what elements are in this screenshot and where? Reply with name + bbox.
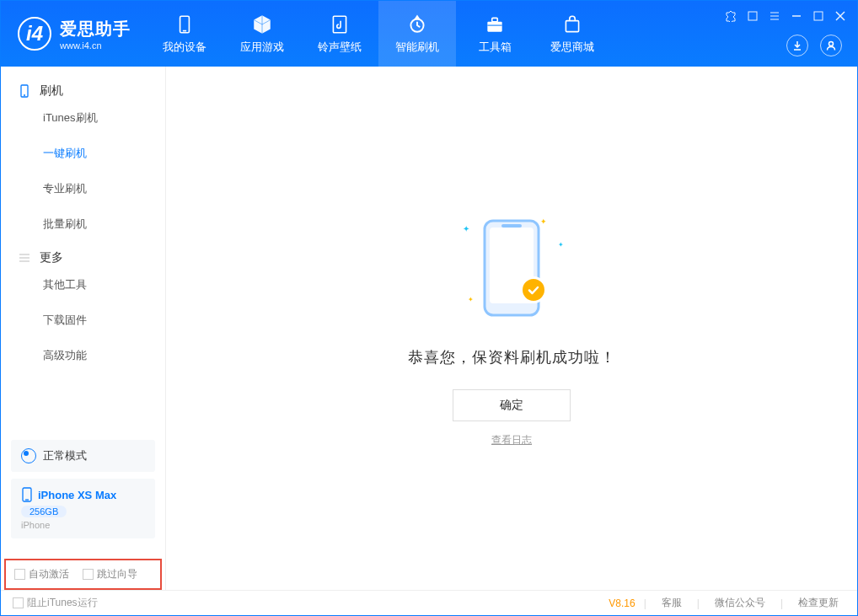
- window-controls: [724, 9, 847, 23]
- nav-ringtones[interactable]: 铃声壁纸: [301, 1, 378, 67]
- nav-label: 爱思商城: [550, 40, 594, 55]
- svg-rect-2: [333, 16, 346, 33]
- checkbox-label: 跳过向导: [97, 567, 137, 581]
- checkbox-icon: [13, 597, 24, 608]
- sidebar-item-batch-flash[interactable]: 批量刷机: [1, 206, 165, 242]
- body: 刷机 iTunes刷机 一键刷机 专业刷机 批量刷机 更多 其他工具 下载固件 …: [1, 67, 857, 590]
- sidebar-item-itunes-flash[interactable]: iTunes刷机: [1, 100, 165, 136]
- nav-label: 工具箱: [479, 40, 512, 55]
- maximize-icon[interactable]: [812, 9, 825, 23]
- footer-link-update[interactable]: 检查更新: [791, 596, 845, 610]
- checkbox-icon: [14, 569, 25, 580]
- sidebar-group-title: 更多: [40, 250, 63, 265]
- svg-rect-13: [814, 12, 823, 20]
- view-log-link[interactable]: 查看日志: [491, 433, 532, 447]
- sidebar-scroll: 刷机 iTunes刷机 一键刷机 专业刷机 批量刷机 更多 其他工具 下载固件 …: [1, 67, 165, 431]
- svg-rect-5: [492, 18, 498, 21]
- nav-label: 智能刷机: [395, 40, 439, 55]
- sparkle-icon: ✦: [463, 224, 469, 233]
- toolbox-icon: [483, 13, 507, 36]
- minimize-icon[interactable]: [790, 9, 803, 23]
- sparkle-icon: ✦: [540, 217, 547, 226]
- nav-toolbox[interactable]: 工具箱: [456, 1, 534, 67]
- separator: |: [780, 597, 783, 609]
- svg-rect-8: [748, 12, 757, 20]
- checkbox-icon: [83, 569, 94, 580]
- mode-label: 正常模式: [43, 448, 87, 463]
- device-icon: [173, 13, 196, 36]
- svg-point-16: [829, 42, 834, 46]
- sidebar-item-oneclick-flash[interactable]: 一键刷机: [1, 136, 165, 171]
- separator: |: [644, 597, 646, 609]
- user-icon[interactable]: [820, 35, 842, 56]
- nav: 我的设备 应用游戏 铃声壁纸 智能刷机 工具箱 爱思商城: [146, 1, 611, 67]
- nav-flash[interactable]: 智能刷机: [378, 1, 456, 67]
- header: i4 爱思助手 www.i4.cn 我的设备 应用游戏 铃声壁纸 智能刷机 工具…: [1, 1, 857, 67]
- mode-icon: [21, 448, 36, 463]
- separator: |: [697, 597, 700, 609]
- nav-apps[interactable]: 应用游戏: [223, 1, 301, 67]
- ok-button[interactable]: 确定: [453, 389, 571, 421]
- device-name-text: iPhone XS Max: [38, 489, 116, 501]
- phone-illustration-icon: [480, 217, 544, 319]
- sparkle-icon: ✦: [558, 241, 564, 249]
- cube-icon: [250, 13, 274, 36]
- menu-icon[interactable]: [768, 9, 781, 23]
- header-actions: [786, 35, 842, 56]
- checkbox-auto-activate[interactable]: 自动激活: [14, 567, 69, 581]
- logo-text: 爱思助手 www.i4.cn: [60, 18, 131, 51]
- logo-icon: i4: [18, 17, 51, 51]
- device-card[interactable]: iPhone XS Max 256GB iPhone: [11, 479, 155, 538]
- checkbox-label: 自动激活: [29, 567, 69, 581]
- mode-card[interactable]: 正常模式: [11, 440, 155, 472]
- logo-block: i4 爱思助手 www.i4.cn: [1, 1, 146, 67]
- nav-label: 铃声壁纸: [318, 40, 362, 55]
- sparkle-icon: ✦: [468, 296, 474, 303]
- sidebar-item-other-tools[interactable]: 其他工具: [1, 267, 165, 303]
- checkbox-block-itunes[interactable]: 阻止iTunes运行: [13, 596, 98, 610]
- checkbox-label: 阻止iTunes运行: [27, 596, 98, 610]
- close-icon[interactable]: [834, 9, 847, 23]
- music-icon: [328, 13, 351, 36]
- sidebar-item-download-firmware[interactable]: 下载固件: [1, 303, 165, 338]
- skin-icon[interactable]: [724, 9, 737, 23]
- device-name: iPhone XS Max: [21, 487, 145, 502]
- app-subtitle: www.i4.cn: [60, 40, 131, 51]
- phone-icon: [21, 487, 33, 502]
- nav-label: 我的设备: [163, 40, 206, 55]
- feedback-icon[interactable]: [746, 9, 759, 23]
- svg-rect-26: [501, 224, 522, 228]
- refresh-icon: [405, 13, 429, 36]
- sidebar: 刷机 iTunes刷机 一键刷机 专业刷机 批量刷机 更多 其他工具 下载固件 …: [1, 67, 166, 590]
- footer: 阻止iTunes运行 V8.16 | 客服 | 微信公众号 | 检查更新: [1, 590, 857, 615]
- checkbox-row-highlighted: 自动激活 跳过向导: [4, 559, 162, 590]
- main-content: ✦ ✦ ✦ ✦ 恭喜您，保资料刷机成功啦！ 确定 查看日志: [166, 67, 857, 590]
- sidebar-group-flash: 刷机: [1, 75, 165, 100]
- footer-link-support[interactable]: 客服: [655, 596, 689, 610]
- version-label: V8.16: [609, 597, 635, 609]
- svg-rect-7: [566, 21, 578, 32]
- app-title: 爱思助手: [60, 18, 131, 40]
- sidebar-item-advanced[interactable]: 高级功能: [1, 338, 165, 373]
- download-icon[interactable]: [786, 35, 808, 56]
- nav-label: 应用游戏: [240, 40, 284, 55]
- footer-link-wechat[interactable]: 微信公众号: [708, 596, 772, 610]
- nav-my-device[interactable]: 我的设备: [146, 1, 223, 67]
- checkbox-skip-guide[interactable]: 跳过向导: [83, 567, 137, 581]
- menu-icon: [18, 251, 31, 265]
- sidebar-group-more: 更多: [1, 242, 165, 267]
- success-illustration: ✦ ✦ ✦ ✦: [453, 209, 571, 327]
- nav-store[interactable]: 爱思商城: [534, 1, 611, 67]
- svg-rect-4: [487, 22, 501, 32]
- sidebar-bottom: 正常模式 iPhone XS Max 256GB iPhone: [1, 431, 165, 554]
- device-type: iPhone: [21, 520, 145, 530]
- footer-right: V8.16 | 客服 | 微信公众号 | 检查更新: [609, 596, 845, 610]
- success-message: 恭喜您，保资料刷机成功啦！: [408, 347, 616, 367]
- phone-icon: [18, 84, 31, 98]
- storage-badge: 256GB: [21, 506, 67, 517]
- sidebar-item-pro-flash[interactable]: 专业刷机: [1, 171, 165, 206]
- check-badge-icon: [520, 276, 547, 303]
- store-icon: [560, 13, 584, 36]
- sidebar-group-title: 刷机: [40, 83, 63, 99]
